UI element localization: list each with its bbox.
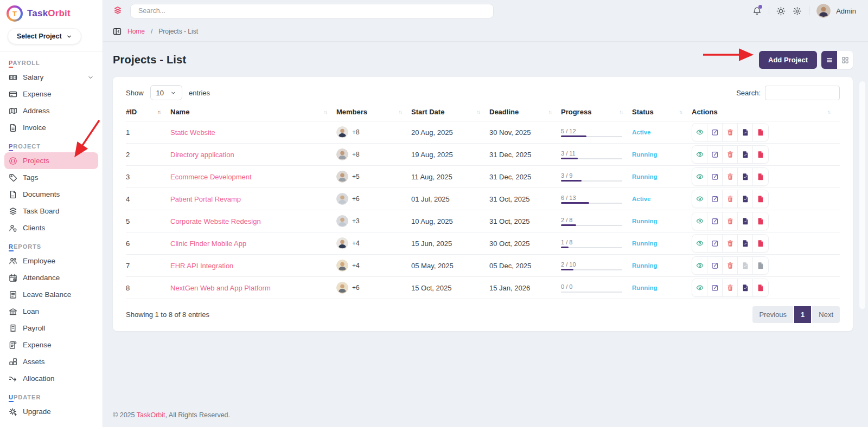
view-eye-button[interactable]	[692, 190, 707, 208]
sidebar-item-documents[interactable]: Documents	[0, 186, 103, 203]
grid-view-button[interactable]	[837, 51, 853, 69]
view-eye-button[interactable]	[692, 235, 707, 252]
invoice-file-button[interactable]	[738, 124, 753, 141]
next-page-button[interactable]: Next	[812, 306, 840, 323]
view-eye-button[interactable]	[692, 279, 707, 296]
view-eye-button[interactable]	[692, 168, 707, 185]
page-number-button[interactable]: 1	[793, 306, 812, 323]
column-header-id[interactable]: #ID↑↓	[126, 108, 170, 116]
cell-members[interactable]: +8	[336, 148, 411, 160]
view-eye-button[interactable]	[692, 212, 707, 230]
admin-avatar[interactable]	[816, 4, 831, 18]
export-file-button[interactable]	[753, 279, 768, 296]
sidebar-item-employee[interactable]: Employee	[0, 253, 103, 269]
sidebar-item-upgrade[interactable]: Upgrade	[0, 403, 103, 420]
invoice-file-button[interactable]	[738, 168, 753, 185]
brand[interactable]: T TaskOrbit	[7, 5, 96, 22]
project-name-link[interactable]: NextGen Web and App Platform	[170, 284, 271, 292]
export-file-button[interactable]	[753, 235, 768, 252]
export-file-button[interactable]	[753, 146, 768, 163]
sidebar-item-invoice[interactable]: Invoice	[0, 119, 103, 136]
cell-members[interactable]: +3	[336, 215, 411, 227]
cell-members[interactable]: +8	[336, 126, 411, 138]
column-header-start-date[interactable]: Start Date↑↓	[411, 108, 489, 116]
table-search-input[interactable]	[765, 86, 840, 100]
project-name-link[interactable]: EHR API Integration	[170, 262, 233, 270]
delete-trash-button[interactable]	[723, 168, 738, 185]
export-file-button[interactable]	[753, 168, 768, 185]
delete-trash-button[interactable]	[723, 235, 738, 252]
project-name-link[interactable]: Clinic Finder Mobile App	[170, 240, 246, 248]
delete-trash-button[interactable]	[723, 146, 738, 163]
cell-members[interactable]: +4	[336, 260, 411, 271]
list-view-button[interactable]	[821, 51, 837, 69]
edit-button[interactable]	[707, 168, 723, 185]
cell-members[interactable]: +6	[336, 193, 411, 205]
global-search-input[interactable]	[130, 4, 494, 18]
sidebar-item-task-board[interactable]: Task Board	[0, 203, 103, 219]
project-name-link[interactable]: Patient Portal Revamp	[170, 195, 241, 203]
export-file-button[interactable]	[753, 190, 768, 208]
theme-sun-icon[interactable]	[776, 7, 786, 16]
sidebar-item-loan[interactable]: Loan	[0, 303, 103, 320]
invoice-file-button[interactable]	[738, 257, 753, 274]
view-eye-button[interactable]	[692, 146, 707, 163]
edit-button[interactable]	[707, 257, 723, 274]
view-eye-button[interactable]	[692, 257, 707, 274]
delete-trash-button[interactable]	[723, 124, 738, 141]
project-name-link[interactable]: Directory application	[170, 151, 234, 159]
sidebar-item-expense[interactable]: Expense	[0, 86, 103, 102]
delete-trash-button[interactable]	[723, 212, 738, 230]
breadcrumb-home-link[interactable]: Home	[127, 28, 145, 35]
invoice-file-button[interactable]	[738, 190, 753, 208]
column-header-progress[interactable]: Progress↑↓	[561, 108, 632, 116]
cell-members[interactable]: +5	[336, 171, 411, 183]
project-name-link[interactable]: Ecommerce Development	[170, 173, 252, 181]
edit-button[interactable]	[707, 279, 723, 296]
cell-members[interactable]: +6	[336, 282, 411, 294]
sidebar-item-leave-balance[interactable]: Leave Balance	[0, 286, 103, 303]
delete-trash-button[interactable]	[723, 190, 738, 208]
sidebar-item-payroll[interactable]: Payroll	[0, 320, 103, 337]
view-eye-button[interactable]	[692, 124, 707, 141]
column-header-status[interactable]: Status↑↓	[632, 108, 692, 116]
sidebar-item-projects[interactable]: Projects	[4, 152, 98, 169]
delete-trash-button[interactable]	[723, 257, 738, 274]
project-name-link[interactable]: Corporate Website Redesign	[170, 217, 261, 225]
column-header-members[interactable]: Members↑↓	[336, 108, 411, 116]
add-project-button[interactable]: Add Project	[759, 51, 817, 69]
export-file-button[interactable]	[753, 124, 768, 141]
column-header-name[interactable]: Name↑↓	[170, 108, 336, 116]
previous-page-button[interactable]: Previous	[752, 306, 793, 323]
sidebar-toggle-icon[interactable]	[113, 27, 122, 36]
sidebar-item-allocation[interactable]: Allocation	[0, 370, 103, 387]
sidebar-item-tags[interactable]: Tags	[0, 169, 103, 186]
invoice-file-button[interactable]	[738, 212, 753, 230]
invoice-file-button[interactable]	[738, 146, 753, 163]
edit-button[interactable]	[707, 190, 723, 208]
scrollbar[interactable]	[859, 81, 865, 309]
edit-button[interactable]	[707, 124, 723, 141]
sidebar-item-expense[interactable]: Expense	[0, 337, 103, 353]
column-header-actions[interactable]: Actions↑↓	[692, 108, 840, 116]
column-header-deadline[interactable]: Deadline↑↓	[489, 108, 561, 116]
sidebar-item-salary[interactable]: Salary	[0, 69, 103, 86]
delete-trash-button[interactable]	[723, 279, 738, 296]
sidebar-item-assets[interactable]: Assets	[0, 353, 103, 370]
invoice-file-button[interactable]	[738, 235, 753, 252]
sidebar-item-clients[interactable]: Clients	[0, 219, 103, 236]
sidebar-item-address[interactable]: Address	[0, 102, 103, 119]
copyright-brand-link[interactable]: TaskOrbit	[137, 411, 165, 419]
invoice-file-button[interactable]	[738, 279, 753, 296]
edit-button[interactable]	[707, 212, 723, 230]
select-project-button[interactable]: Select Project	[8, 28, 81, 44]
project-name-link[interactable]: Static Website	[170, 128, 215, 137]
edit-button[interactable]	[707, 146, 723, 163]
export-file-button[interactable]	[753, 212, 768, 230]
notifications-bell-icon[interactable]	[752, 7, 762, 16]
settings-gear-icon[interactable]	[793, 7, 802, 16]
sidebar-item-attendance[interactable]: Attendance	[0, 269, 103, 286]
edit-button[interactable]	[707, 235, 723, 252]
page-size-select[interactable]: 10	[150, 85, 182, 100]
export-file-button[interactable]	[753, 257, 768, 274]
